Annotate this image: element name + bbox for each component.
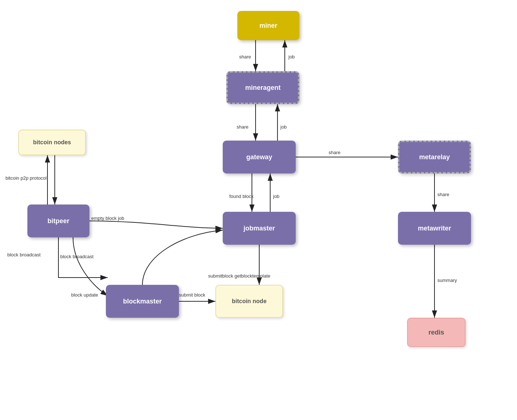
label-submit-block: submit block [179,292,205,298]
label-block-broadcast-blockmaster: block broadcast [60,254,93,259]
label-bitcoin-p2p: bitcoin p2p protocol [5,175,47,181]
node-redis: redis [407,318,466,347]
label-empty-block-job: empty block job [91,215,124,221]
label-found-block: found block [229,194,254,199]
node-bitpeer: bitpeer [27,205,89,237]
label-block-update: block update [71,292,98,298]
label-job-gateway-mineragent: job [280,124,287,130]
label-job-mineragent-miner: job [288,54,295,60]
label-job-jobmaster-gateway: job [273,194,279,199]
label-share-gateway-metarelay: share [329,150,341,155]
node-bitcoin-nodes: bitcoin nodes [18,130,86,155]
architecture-diagram: miner mineragent gateway metarelay jobma… [0,0,517,420]
node-gateway: gateway [223,141,296,173]
label-share-miner-mineragent: share [239,54,251,60]
label-submitblock-getblocktemplate: submitblock getblocktemplate [208,273,271,279]
node-metawriter: metawriter [398,212,471,245]
node-blockmaster: blockmaster [106,285,179,318]
label-block-broadcast-bitpeer: block broadcast [7,252,41,257]
label-share-mineragent-gateway: share [237,124,249,130]
node-metarelay: metarelay [398,141,471,173]
node-jobmaster: jobmaster [223,212,296,245]
label-summary-metawriter-redis: summary [437,278,457,283]
label-share-metarelay-metawriter: share [437,192,449,197]
node-bitcoin-node: bitcoin node [215,285,283,318]
node-miner: miner [237,11,299,40]
node-mineragent: mineragent [226,71,299,104]
